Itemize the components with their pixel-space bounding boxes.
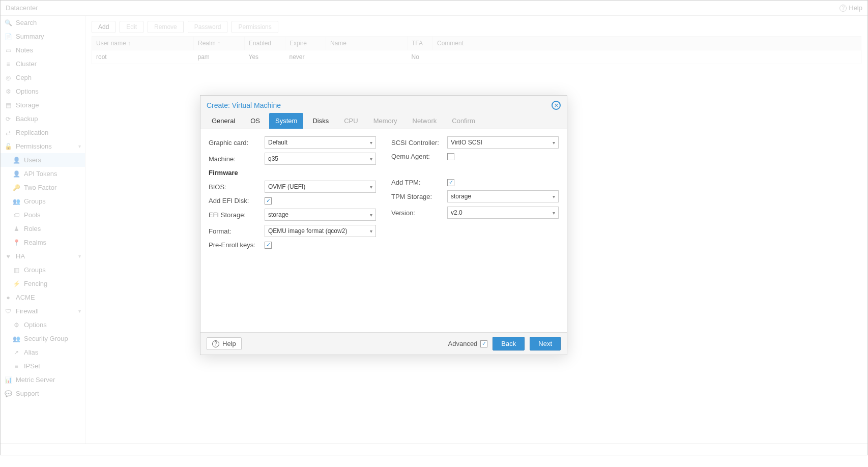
add-efi-disk-label: Add EFI Disk: [209,197,265,205]
scsi-select[interactable]: VirtIO SCSI ▾ [447,136,559,149]
format-label: Format: [209,227,265,235]
qemu-agent-checkbox[interactable] [447,153,454,160]
chevron-down-icon: ▾ [370,184,372,190]
modal-overlay: Create: Virtual Machine ✕ GeneralOSSyste… [1,1,867,455]
chevron-down-icon: ▾ [370,212,372,218]
add-tpm-checkbox[interactable] [447,179,454,186]
machine-label: Machine: [209,155,265,163]
tab-general[interactable]: General [206,113,241,129]
status-bar [1,444,867,455]
tpm-storage-select[interactable]: storage ▾ [447,190,559,202]
bios-select[interactable]: OVMF (UEFI) ▾ [265,181,376,193]
help-icon: ? [212,340,219,347]
efi-storage-label: EFI Storage: [209,211,265,219]
advanced-toggle[interactable]: Advanced [448,340,488,347]
modal-title: Create: Virtual Machine [207,101,552,109]
chevron-down-icon: ▾ [553,210,555,216]
add-tpm-label: Add TPM: [391,179,447,186]
machine-select[interactable]: q35 ▾ [265,153,376,165]
pre-enroll-checkbox[interactable] [265,242,272,249]
chevron-down-icon: ▾ [553,140,555,145]
modal-tabs: GeneralOSSystemDisksCPUMemoryNetworkConf… [200,113,567,129]
add-efi-disk-checkbox[interactable] [265,197,272,205]
next-button[interactable]: Next [530,337,561,351]
tab-disks[interactable]: Disks [306,113,335,129]
tab-os[interactable]: OS [244,113,266,129]
chevron-down-icon: ▾ [553,194,555,199]
chevron-down-icon: ▾ [370,156,372,162]
qemu-agent-label: Qemu Agent: [391,153,447,160]
tab-memory: Memory [367,113,403,129]
efi-storage-select[interactable]: storage ▾ [265,209,376,221]
graphic-card-select[interactable]: Default ▾ [265,136,376,149]
tab-network: Network [407,113,443,129]
graphic-card-label: Graphic card: [209,139,265,147]
tab-confirm: Confirm [446,113,481,129]
chevron-down-icon: ▾ [370,140,372,145]
modal-help-button[interactable]: ? Help [207,337,242,350]
create-vm-modal: Create: Virtual Machine ✕ GeneralOSSyste… [200,95,567,355]
format-select[interactable]: QEMU image format (qcow2) ▾ [265,225,376,237]
version-select[interactable]: v2.0 ▾ [447,207,559,219]
close-icon[interactable]: ✕ [552,101,561,110]
pre-enroll-label: Pre-Enroll keys: [209,241,265,249]
chevron-down-icon: ▾ [370,228,372,234]
advanced-checkbox[interactable] [480,340,487,347]
tab-cpu: CPU [338,113,364,129]
firmware-heading: Firmware [209,169,376,177]
version-label: Version: [391,209,447,217]
scsi-label: SCSI Controller: [391,139,447,147]
bios-label: BIOS: [209,183,265,191]
tab-system[interactable]: System [269,113,303,129]
tpm-storage-label: TPM Storage: [391,193,447,200]
back-button[interactable]: Back [493,337,525,351]
